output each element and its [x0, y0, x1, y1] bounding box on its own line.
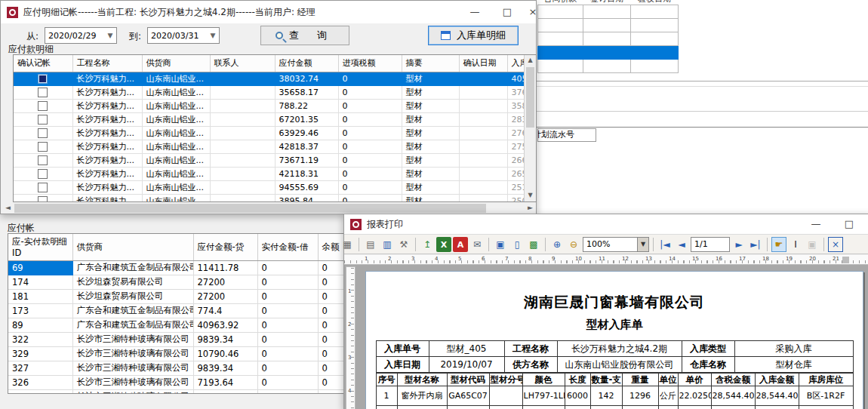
table-cell[interactable]: 181 [8, 289, 72, 303]
table-cell[interactable]: 型材 [402, 167, 459, 180]
maximize-button[interactable]: □ [494, 3, 520, 21]
table-cell[interactable]: 3895.84 [275, 194, 338, 202]
minimize-button[interactable]: — [462, 3, 488, 21]
table-cell[interactable]: 27200 [193, 275, 257, 289]
table-cell[interactable]: 型材 [402, 112, 459, 126]
table-cell[interactable]: 251 [507, 180, 525, 194]
table-cell[interactable]: 0 [257, 260, 318, 275]
table-cell[interactable]: 40963.92 [193, 318, 257, 332]
table-cell[interactable]: 142 [590, 386, 622, 406]
table-cell[interactable] [14, 180, 72, 194]
table-cell[interactable]: 长沙万科魅力... [72, 99, 142, 112]
table-row[interactable]: 长沙万科魅力...山东南山铝业...42118.310型材265 [14, 167, 525, 180]
prev-page-icon[interactable]: ◄ [674, 237, 689, 252]
table-cell[interactable] [489, 386, 522, 406]
table-cell[interactable]: 405 [507, 72, 525, 85]
table-cell[interactable] [210, 167, 275, 180]
table-cell[interactable]: 长沙市三湘特种玻璃有限公司 [72, 389, 193, 394]
table-cell[interactable]: 型材 [402, 72, 459, 85]
scroll-right-icon[interactable]: ► [528, 204, 533, 211]
table-cell[interactable]: 长沙万科魅力... [72, 180, 142, 194]
table-cell[interactable]: 0 [257, 303, 318, 318]
table-cell[interactable] [210, 126, 275, 140]
column-header[interactable]: 入库 [507, 55, 525, 72]
column-header[interactable]: 摘要 [402, 55, 459, 72]
table-cell[interactable]: LH797-1LL [522, 386, 565, 406]
copy-icon[interactable]: ▣ [805, 237, 820, 252]
table-row[interactable]: 327长沙市三湘特种玻璃有限公司9839.3400 [8, 361, 345, 375]
table-cell[interactable]: 35658.17 [275, 85, 338, 99]
table-cell[interactable]: 0 [338, 167, 402, 180]
table-cell[interactable]: 长沙万科魅力... [72, 85, 142, 99]
row-checkbox[interactable] [38, 155, 48, 165]
zoom-out-icon[interactable]: ⊖ [566, 237, 581, 252]
table-cell[interactable]: 28,544.40 [755, 386, 799, 406]
table-cell[interactable]: 2 [376, 406, 397, 409]
next-page-icon[interactable]: ► [731, 237, 746, 252]
table-cell[interactable] [210, 153, 275, 167]
table-row[interactable]: 入库单号型材_405工程名称长沙万科魅力之城4.2期入库类型采购入库 [376, 341, 853, 357]
table-cell[interactable]: 型材 [402, 180, 459, 194]
table-cell[interactable]: 0 [338, 194, 402, 202]
row-checkbox[interactable] [38, 101, 48, 111]
table-cell[interactable]: 89 [8, 318, 72, 332]
table-cell[interactable]: 0 [338, 99, 402, 112]
table-cell[interactable] [8, 389, 72, 394]
table-cell[interactable]: 山东南山铝业... [142, 112, 210, 126]
table-cell[interactable]: 广东合和建筑五金制品有限公司 [72, 303, 193, 318]
table-cell[interactable]: 山东南山铝业... [142, 140, 210, 153]
table-row[interactable]: 长沙万科魅力...山东南山铝业...3895.840型材250 [14, 194, 525, 202]
column-header[interactable]: 确认日期 [459, 55, 507, 72]
column-header[interactable]: 实付金额-借 [257, 234, 318, 260]
table-cell[interactable]: 329 [8, 346, 72, 361]
table-cell[interactable] [459, 140, 507, 153]
table-cell[interactable]: 283 [507, 112, 525, 126]
table-row[interactable] [538, 60, 679, 73]
table-cell[interactable]: 788.22 [275, 99, 338, 112]
column-header[interactable]: 工程名称 [72, 55, 142, 72]
first-page-icon[interactable]: |◄ [657, 237, 673, 252]
table-row[interactable]: 329长沙市三湘特种玻璃有限公司10790.4600 [8, 346, 345, 361]
table-cell[interactable]: 28,544.40 [711, 386, 755, 406]
table-row[interactable]: 长沙市三湘特种玻璃有限公司 [8, 389, 345, 394]
table-cell[interactable] [459, 167, 507, 180]
table-cell[interactable]: 长沙万科魅力... [72, 167, 142, 180]
table-cell[interactable] [318, 389, 345, 394]
table-cell[interactable]: 9,488.34 [711, 406, 755, 409]
table-cell[interactable]: 0 [318, 346, 345, 361]
table-cell[interactable]: 公斤 [658, 386, 678, 406]
table-cell[interactable]: 长沙万科魅力... [72, 112, 142, 126]
table-cell[interactable]: 404 [622, 406, 658, 409]
table-cell[interactable]: 广东合和建筑五金制品有限公司 [72, 318, 193, 332]
last-page-icon[interactable]: ►| [748, 237, 763, 252]
table-cell[interactable]: 42118.31 [275, 167, 338, 180]
window-titlebar[interactable]: 报表打印 [344, 214, 868, 234]
column-header[interactable]: 应-实付款明细ID [8, 234, 72, 260]
table-cell[interactable]: 9,488.34 [755, 406, 799, 409]
row-checkbox[interactable] [38, 74, 48, 84]
table-cell[interactable]: 型材 [402, 99, 459, 112]
table-cell[interactable] [459, 153, 507, 167]
table-cell[interactable]: 376 [507, 85, 525, 99]
table-cell[interactable]: 工程名称 [504, 341, 557, 357]
table-cell[interactable]: 23.4860 [678, 406, 711, 409]
table-cell[interactable]: 山东南山铝业... [142, 180, 210, 194]
table-cell[interactable]: 0 [338, 72, 402, 85]
table-cell[interactable]: 27200 [193, 289, 257, 303]
page-input[interactable] [691, 237, 730, 252]
table-cell[interactable]: 山东南山铝业... [142, 167, 210, 180]
table-row[interactable]: 2窗外开内扇GA65C21LH797-1LL600043404公斤23.4860… [376, 406, 853, 409]
table-cell[interactable]: 0 [338, 112, 402, 126]
table-cell[interactable]: 长沙市三湘特种玻璃有限公司 [72, 346, 193, 361]
table-cell[interactable] [14, 194, 72, 202]
table-row[interactable] [538, 19, 679, 32]
table-cell[interactable]: 长沙坦森贸易有限公司 [72, 275, 193, 289]
vertical-scrollbar[interactable]: ▲ ▼ [524, 55, 536, 201]
table-cell[interactable]: 0 [338, 126, 402, 140]
scrollbar-thumb[interactable] [14, 204, 486, 213]
table-row[interactable]: 326长沙市三湘特种玻璃有限公司7193.6400 [8, 375, 345, 389]
table-cell[interactable]: 山东南山铝业... [142, 85, 210, 99]
book-icon[interactable]: ▥ [380, 237, 395, 252]
table-cell[interactable] [210, 194, 275, 202]
table-cell[interactable]: 0 [318, 361, 345, 375]
